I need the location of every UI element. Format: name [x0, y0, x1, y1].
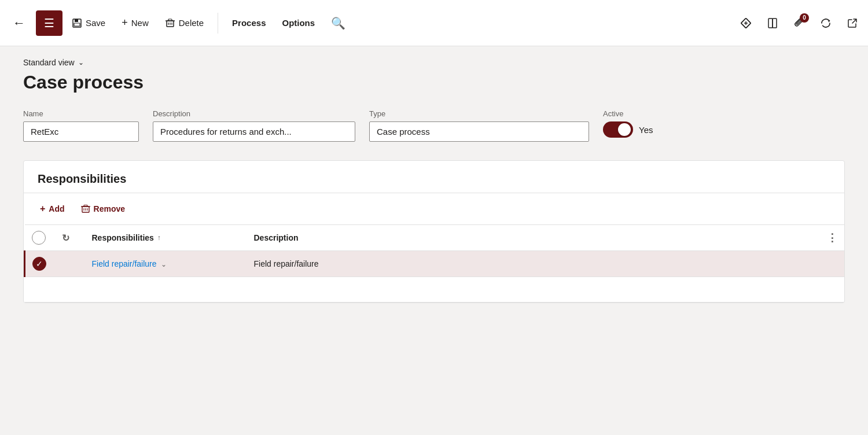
chevron-down-icon: ⌄: [78, 58, 84, 67]
row-checkbox[interactable]: ✓: [32, 257, 46, 271]
book-icon-button[interactable]: [762, 12, 784, 34]
description-label: Description: [153, 109, 355, 118]
delete-button[interactable]: Delete: [158, 13, 211, 33]
table-row[interactable]: ✓ Field repair/failure ⌄ Field repair/fa…: [25, 251, 845, 277]
save-button[interactable]: Save: [65, 13, 112, 33]
refresh-button[interactable]: [815, 12, 837, 34]
more-options-icon[interactable]: ⋮: [827, 231, 837, 244]
col-header-responsibilities: Responsibilities ↑: [85, 225, 247, 251]
page-content: Standard view ⌄ Case process Name Descri…: [0, 46, 868, 315]
name-label: Name: [23, 109, 139, 118]
menu-button[interactable]: ☰: [36, 10, 62, 36]
active-field: Active Yes: [603, 109, 653, 138]
svg-rect-12: [768, 19, 773, 28]
name-input[interactable]: [23, 121, 139, 142]
responsibilities-table: ↻ Responsibilities ↑ Description ⋮: [24, 224, 844, 303]
description-field: Description: [153, 109, 355, 142]
diamond-icon-button[interactable]: [735, 12, 757, 34]
view-selector[interactable]: Standard view ⌄: [23, 58, 845, 67]
remove-button[interactable]: Remove: [74, 201, 132, 217]
empty-row: [25, 277, 845, 303]
select-all-checkbox[interactable]: [32, 231, 46, 245]
plus-icon: +: [122, 17, 128, 29]
type-input[interactable]: [369, 121, 589, 142]
svg-rect-13: [773, 19, 777, 28]
form-row: Name Description Type Active Yes: [23, 109, 845, 142]
row-responsibility-cell: Field repair/failure ⌄: [85, 251, 247, 277]
refresh-icon: [820, 17, 832, 29]
search-button[interactable]: 🔍: [324, 12, 352, 35]
row-checkbox-cell: ✓: [25, 251, 55, 277]
row-description-cell: Field repair/failure: [247, 251, 845, 277]
notification-button[interactable]: 0: [788, 12, 810, 34]
table-toolbar: + Add Remove: [24, 193, 844, 224]
svg-rect-2: [74, 23, 80, 26]
options-button[interactable]: Options: [275, 13, 322, 32]
type-field: Type: [369, 109, 589, 142]
name-field: Name: [23, 109, 139, 142]
search-icon: 🔍: [331, 16, 345, 30]
col-header-refresh: ↻: [55, 225, 85, 251]
sort-icon[interactable]: ↑: [157, 234, 161, 242]
back-button[interactable]: ←: [5, 11, 34, 35]
svg-rect-19: [84, 205, 87, 207]
responsibilities-header: Responsibilities: [24, 161, 844, 193]
save-icon: [72, 18, 82, 28]
page-title: Case process: [23, 72, 845, 93]
toolbar: ← ☰ Save + New Delete Process Options 🔍: [0, 0, 868, 46]
type-label: Type: [369, 109, 589, 118]
new-button[interactable]: + New: [115, 12, 156, 34]
external-link-button[interactable]: [841, 12, 863, 34]
svg-rect-8: [168, 19, 172, 21]
responsibilities-panel: Responsibilities + Add Remove: [23, 160, 845, 303]
description-input[interactable]: [153, 121, 355, 142]
trash-icon: [81, 204, 90, 213]
active-label: Active: [603, 109, 653, 118]
plus-icon-small: +: [40, 204, 45, 214]
row-refresh-cell: [55, 251, 85, 277]
process-button[interactable]: Process: [225, 13, 273, 32]
book-icon: [766, 17, 779, 30]
diamond-icon: [740, 17, 752, 30]
col-header-description: Description ⋮: [247, 225, 845, 251]
active-toggle[interactable]: [603, 121, 633, 138]
separator: [218, 13, 218, 34]
active-yes-label: Yes: [639, 125, 653, 135]
responsibility-link[interactable]: Field repair/failure: [92, 259, 157, 268]
delete-icon: [165, 18, 175, 28]
toolbar-right: 0: [735, 12, 863, 34]
col-header-checkbox: [25, 225, 55, 251]
add-button[interactable]: + Add: [33, 200, 72, 218]
active-row: Yes: [603, 121, 653, 138]
external-link-icon: [847, 17, 858, 29]
row-chevron-icon[interactable]: ⌄: [161, 260, 167, 268]
notification-badge: 0: [800, 13, 809, 23]
refresh-icon-header[interactable]: ↻: [62, 233, 69, 243]
svg-rect-1: [75, 19, 78, 22]
